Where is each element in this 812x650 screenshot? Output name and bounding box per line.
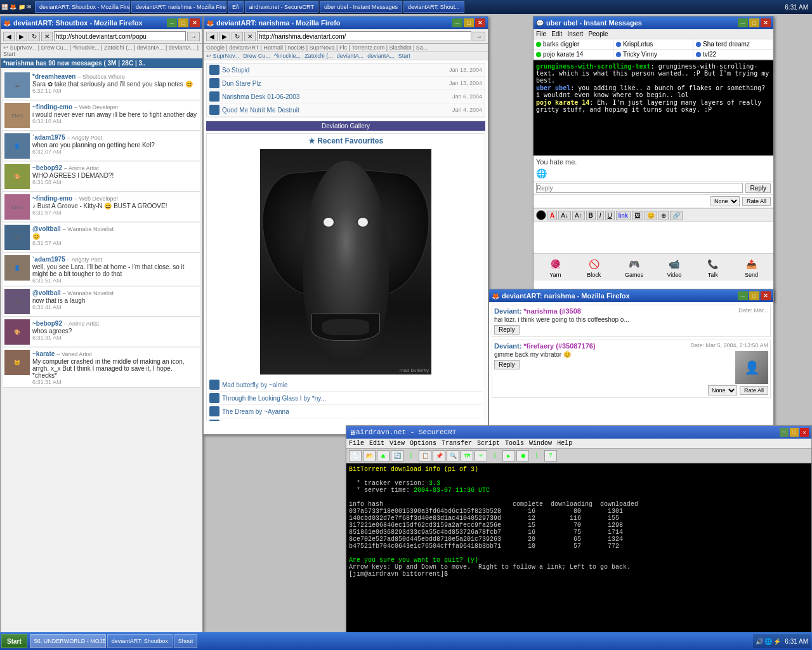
deviation-row-3[interactable]: Quod Me Nutrit Me DestruitJan 4, 2004 xyxy=(207,103,485,117)
minimize-button[interactable]: ─ xyxy=(738,291,748,300)
minimize-button[interactable]: ─ xyxy=(738,18,748,27)
block-action[interactable]: 🚫 Block xyxy=(586,256,601,278)
im-contact-0[interactable]: barks diggler xyxy=(534,39,613,50)
im-input-area[interactable] xyxy=(534,222,773,254)
video-action[interactable]: 📹 Video xyxy=(667,256,682,278)
more-btn[interactable]: ⊕ xyxy=(658,211,669,220)
menu-edit[interactable]: Edit xyxy=(551,30,562,37)
fav-title-0[interactable]: Mad butterfly by ~almie xyxy=(222,381,288,388)
fav-title-1[interactable]: Through the Looking Glass I by *ny... xyxy=(222,395,326,402)
im-contact-3[interactable]: pojo karate 14 xyxy=(534,50,613,60)
minimize-button[interactable]: ─ xyxy=(167,18,177,27)
close-button[interactable]: ✕ xyxy=(190,18,200,27)
go-button[interactable]: → xyxy=(187,32,200,41)
smiley-btn[interactable]: 😊 xyxy=(645,211,657,220)
da-link-start[interactable]: Start xyxy=(398,53,410,59)
tb-btn-dashout[interactable]: deviantART: Shout... xyxy=(403,1,464,13)
reply-button-1[interactable]: Reply xyxy=(745,183,771,193)
rate-all-button-1[interactable]: Rate All xyxy=(742,197,771,206)
maximize-button[interactable]: □ xyxy=(464,18,474,27)
deviation-row-1[interactable]: Dun Stare PlzJan 13, 2004 xyxy=(207,77,485,90)
securecrt-terminal[interactable]: BitTorrent download info (p1 of 3) * tra… xyxy=(346,463,811,633)
stop-button[interactable]: ✕ xyxy=(41,32,53,41)
taskbar-item-shout2[interactable]: Shout xyxy=(174,634,198,648)
send-action[interactable]: 📤 Send xyxy=(744,256,759,278)
sct-help[interactable]: ? xyxy=(544,450,557,461)
menu-transfer-sct[interactable]: Transfer xyxy=(442,440,472,447)
minimize-button[interactable]: ─ xyxy=(452,18,462,27)
menu-file-sct[interactable]: File xyxy=(349,440,364,447)
address-bar[interactable] xyxy=(54,31,186,41)
sct-open[interactable]: 📂 xyxy=(363,450,376,461)
dev-title-0[interactable]: So Stupid xyxy=(222,67,449,74)
sct-disconnect[interactable]: ⏏ xyxy=(377,450,390,461)
address-bar-2[interactable] xyxy=(257,31,471,41)
rate-dropdown-1[interactable]: None xyxy=(710,196,740,206)
sct-record[interactable]: ⏺ xyxy=(516,450,529,461)
im-contact-4[interactable]: Tricky Vinny xyxy=(613,50,693,60)
sct-paste[interactable]: 📌 xyxy=(433,450,445,461)
tb-btn-shoutbox[interactable]: deviantART: Shoutbox - Mozilla Firefox xyxy=(35,1,130,13)
bold-btn[interactable]: B xyxy=(586,211,596,220)
im-contact-5[interactable]: tvl22 xyxy=(693,50,773,60)
menu-window-sct[interactable]: Window xyxy=(529,440,552,447)
reply-input-1[interactable] xyxy=(536,183,743,193)
color-picker[interactable] xyxy=(536,210,546,220)
font-color-a[interactable]: A xyxy=(547,211,557,220)
forward-button-2[interactable]: ▶ xyxy=(219,32,230,41)
minimize-button[interactable]: ─ xyxy=(780,428,789,437)
reply-btn-2[interactable]: Reply xyxy=(494,360,520,369)
close-button[interactable]: ✕ xyxy=(761,291,771,300)
da-link-knuckle[interactable]: ^knuckle... xyxy=(274,53,301,59)
back-button[interactable]: ◀ xyxy=(3,32,15,41)
sct-reconnect[interactable]: 🔄 xyxy=(391,450,403,461)
sct-new[interactable]: 📄 xyxy=(349,450,362,461)
da-link-deviant1[interactable]: deviantA... xyxy=(337,53,364,59)
da-link-drewcu[interactable]: Drew Cu... xyxy=(243,53,270,59)
maximize-button[interactable]: □ xyxy=(790,428,799,437)
tb-btn-securecrt[interactable]: airdravn.net - SecureCRT xyxy=(245,1,318,13)
menu-edit-sct[interactable]: Edit xyxy=(369,440,384,447)
menu-tools-sct[interactable]: Tools xyxy=(505,440,524,447)
close-button[interactable]: ✕ xyxy=(475,18,485,27)
fav-image[interactable]: mad butterfly xyxy=(260,149,431,375)
maximize-button[interactable]: □ xyxy=(749,291,759,300)
menu-view-sct[interactable]: View xyxy=(390,440,405,447)
font-size-down[interactable]: A↓ xyxy=(558,211,571,220)
dev-title-3[interactable]: Quod Me Nutrit Me Destruit xyxy=(222,107,452,114)
fav-title-2[interactable]: The Dream by ~Ayanna xyxy=(222,408,289,415)
deviation-row-0[interactable]: So StupidJan 13, 2004 xyxy=(207,63,485,77)
deviation-row-2[interactable]: Narishma Desk 01-06-2003Jan 6, 2004 xyxy=(207,90,485,103)
rate-all-btn-2[interactable]: Rate All xyxy=(740,386,768,395)
reply-btn-1[interactable]: Reply xyxy=(494,325,520,335)
link-btn-2[interactable]: 🔗 xyxy=(670,211,683,220)
tb-btn-im[interactable]: uber ubel - Instant Messages xyxy=(320,1,402,13)
menu-help-sct[interactable]: Help xyxy=(557,440,572,447)
menu-people[interactable]: People xyxy=(588,30,608,37)
sct-copy[interactable]: 📋 xyxy=(419,450,431,461)
sct-keymap[interactable]: ⌨ xyxy=(475,450,487,461)
menu-options-sct[interactable]: Options xyxy=(410,440,436,447)
image-btn[interactable]: 🖼 xyxy=(632,211,643,220)
menu-file[interactable]: File xyxy=(536,30,546,37)
dev-title-1[interactable]: Dun Stare Plz xyxy=(222,80,449,87)
tb-btn-ei[interactable]: Ei\ xyxy=(228,1,244,13)
close-button[interactable]: ✕ xyxy=(800,428,809,437)
forward-button[interactable]: ▶ xyxy=(16,32,27,41)
taskbar-item-shoutbox[interactable]: deviantART: Shoutbox xyxy=(107,634,173,648)
go-button-2[interactable]: → xyxy=(473,32,485,41)
da-link-suprnov[interactable]: ↩ SuprNov... xyxy=(206,53,239,59)
maximize-button[interactable]: □ xyxy=(178,18,188,27)
taskbar-item-media[interactable]: 56. UNDERWORLD - MOJER xyxy=(30,634,106,648)
menu-script-sct[interactable]: Script xyxy=(477,440,500,447)
im-contact-1[interactable]: KrispLetus xyxy=(613,39,693,50)
start-button[interactable]: Start xyxy=(1,634,27,648)
sct-find[interactable]: 🔍 xyxy=(447,450,459,461)
close-button[interactable]: ✕ xyxy=(761,18,771,27)
tb-btn-narishma[interactable]: deviantART: narishma - Mozilla Firefo xyxy=(131,1,226,13)
dev-title-2[interactable]: Narishma Desk 01-06-2003 xyxy=(222,93,452,100)
sct-map[interactable]: 🗺 xyxy=(461,450,473,461)
back-button-2[interactable]: ◀ xyxy=(206,32,218,41)
link-btn[interactable]: link xyxy=(616,211,631,220)
talk-action[interactable]: 📞 Talk xyxy=(705,256,721,278)
